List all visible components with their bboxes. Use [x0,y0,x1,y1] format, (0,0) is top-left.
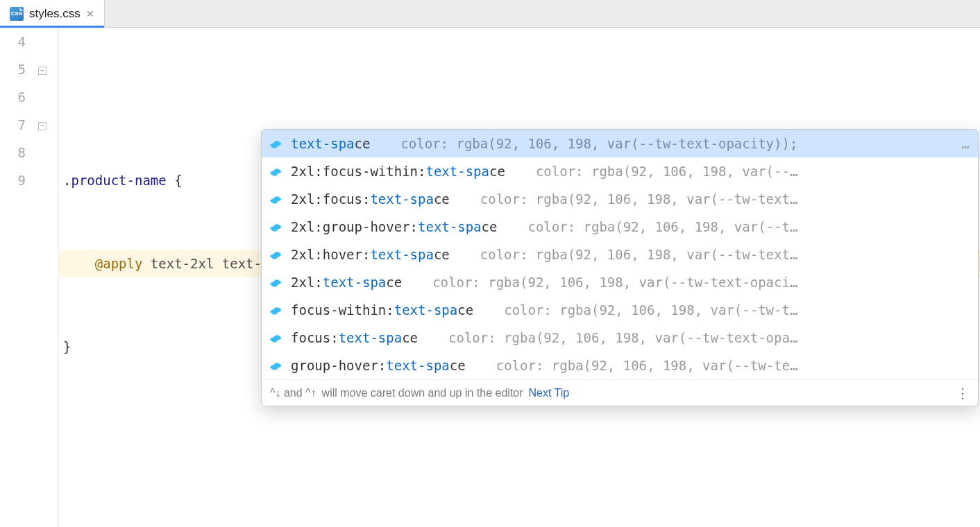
completion-detail: color: rgba(92, 106, 198, var(--tw-te… [496,358,970,373]
tailwind-icon [270,248,284,261]
next-tip-link[interactable]: Next Tip [529,387,570,399]
completion-detail: color: rgba(92, 106, 198, var(--tw-text-… [432,275,970,290]
tailwind-icon [270,192,284,206]
line-number: 7 [0,111,26,139]
line-gutter: 4 5 6 7 8 9 [0,28,38,527]
line-number: 8 [0,139,26,166]
fold-toggle-icon[interactable]: − [38,67,47,75]
tab-label: styles.css [29,7,81,21]
at-rule: @apply [95,256,143,271]
brace: } [63,339,71,354]
fold-column: − − [38,28,59,527]
popup-footer: ^↓ and ^↑ will move caret down and up in… [262,379,978,406]
ellipsis: … [962,136,970,151]
footer-text: will move caret down and up in the edito… [322,387,523,399]
completion-detail: color: rgba(92, 106, 198, var(--… [536,164,970,179]
tailwind-icon [270,275,284,289]
completion-label: 2xl:text-space [291,275,402,290]
completion-detail: color: rgba(92, 106, 198, var(--tw-text-… [400,136,954,151]
keyboard-hint: ^↓ and ^↑ [270,387,316,399]
completion-detail: color: rgba(92, 106, 198, var(--tw-text… [480,191,970,207]
autocomplete-item[interactable]: 2xl:group-hover:text-spacecolor: rgba(92… [262,213,978,241]
tab-bar-css: CSS styles.css ✕ [0,0,980,28]
tailwind-icon [270,303,284,317]
completion-label: 2xl:hover:text-space [291,247,450,262]
close-icon[interactable]: ✕ [86,8,94,19]
completion-label: text-space [291,136,370,151]
fold-toggle-icon[interactable]: − [38,122,47,130]
completion-detail: color: rgba(92, 106, 198, var(--tw-t… [504,302,970,318]
completion-detail: color: rgba(92, 106, 198, var(--tw-text… [480,247,970,262]
completion-label: focus:text-space [291,330,418,345]
autocomplete-item[interactable]: 2xl:hover:text-spacecolor: rgba(92, 106,… [262,241,978,268]
autocomplete-item[interactable]: 2xl:text-spacecolor: rgba(92, 106, 198, … [262,268,978,296]
tailwind-icon [270,331,284,345]
autocomplete-item[interactable]: 2xl:focus-within:text-spacecolor: rgba(9… [262,157,978,185]
completion-label: 2xl:focus-within:text-space [291,164,505,179]
completion-detail: color: rgba(92, 106, 198, var(--tw-text-… [448,330,970,345]
code-line[interactable] [59,499,980,527]
code-line[interactable] [59,83,980,111]
code-line[interactable] [59,416,980,444]
tailwind-icon [270,220,284,234]
kebab-menu-icon[interactable]: ⋮ [956,385,970,401]
tailwind-icon [270,164,284,178]
line-number: 4 [0,28,26,55]
autocomplete-popup: text-spacecolor: rgba(92, 106, 198, var(… [261,129,979,406]
autocomplete-item[interactable]: focus:text-spacecolor: rgba(92, 106, 198… [262,324,978,352]
css-selector: .product-name [63,173,167,188]
line-number: 9 [0,166,26,194]
autocomplete-item[interactable]: group-hover:text-spacecolor: rgba(92, 10… [262,352,978,379]
css-file-icon: CSS [10,7,24,21]
completion-label: 2xl:focus:text-space [291,191,450,207]
completion-detail: color: rgba(92, 106, 198, var(--t… [527,219,970,234]
autocomplete-item[interactable]: text-spacecolor: rgba(92, 106, 198, var(… [262,130,978,157]
tailwind-icon [270,137,284,150]
tab-styles-css[interactable]: CSS styles.css ✕ [0,0,105,27]
autocomplete-item[interactable]: focus-within:text-spacecolor: rgba(92, 1… [262,296,978,324]
autocomplete-item[interactable]: 2xl:focus:text-spacecolor: rgba(92, 106,… [262,185,978,213]
completion-label: group-hover:text-space [291,358,466,373]
line-number: 5 [0,55,26,83]
line-number: 6 [0,83,26,111]
completion-label: focus-within:text-space [291,302,473,318]
brace: { [167,173,183,188]
tailwind-icon [270,358,284,372]
completion-label: 2xl:group-hover:text-space [291,219,497,234]
